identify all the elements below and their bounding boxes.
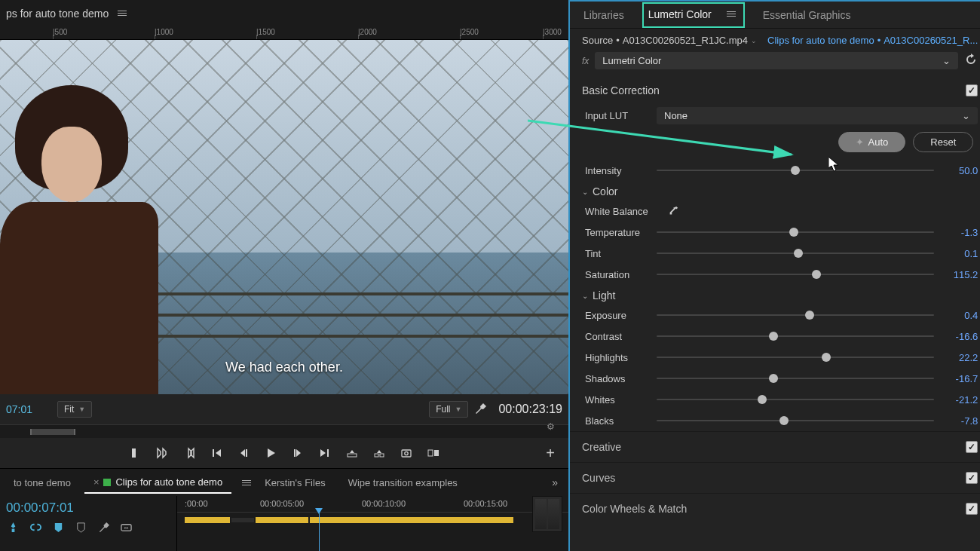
go-to-in-icon[interactable] — [210, 446, 223, 460]
timeline-timecode[interactable]: 00:00:07:01 — [6, 500, 170, 516]
svg-rect-5 — [428, 450, 433, 456]
svg-rect-1 — [375, 454, 378, 457]
color-group-header[interactable]: ⌄Color — [570, 181, 980, 201]
step-back-icon[interactable] — [237, 446, 250, 460]
panel-tabs: Libraries Lumetri Color Essential Graphi… — [570, 2, 980, 29]
snap-icon[interactable] — [6, 520, 20, 534]
timeline-tracks[interactable]: :00:0000:00:05:0000:00:10:0000:00:15:00 — [177, 496, 568, 551]
mark-out-icon[interactable] — [155, 446, 169, 460]
program-monitor-header: ps for auto tone demo — [0, 0, 568, 26]
play-icon[interactable] — [264, 446, 277, 460]
source-dropdown-icon[interactable]: ⌄ — [751, 37, 757, 44]
lift-icon[interactable] — [345, 446, 359, 460]
reset-effect-icon[interactable] — [964, 53, 978, 69]
timeline-tab[interactable]: ×Clips for auto tone demo — [84, 472, 231, 494]
whites-slider[interactable] — [657, 399, 934, 400]
video-frame — [0, 40, 568, 394]
resolution-dropdown[interactable]: Full▼ — [429, 401, 468, 418]
program-scrubber[interactable] — [0, 424, 568, 438]
effect-dropdown[interactable]: Lumetri Color ⌄ — [595, 52, 958, 69]
comparison-view-icon[interactable] — [427, 446, 440, 460]
timeline-tab[interactable]: to tone demo — [5, 473, 80, 493]
svg-rect-2 — [380, 454, 384, 457]
input-lut-dropdown[interactable]: None ⌄ — [657, 107, 978, 124]
timeline-tab-menu-icon[interactable] — [242, 480, 251, 485]
section-checkbox[interactable] — [966, 472, 978, 484]
timeline-tab[interactable]: Kerstin's Files — [256, 473, 335, 493]
svg-rect-6 — [434, 450, 439, 456]
program-monitor[interactable]: We had each other. — [0, 40, 568, 394]
transport-controls: ⚙ + — [0, 438, 568, 468]
intensity-slider[interactable] — [657, 170, 934, 171]
extract-icon[interactable] — [372, 446, 386, 460]
tab-lumetri-color[interactable]: Lumetri Color — [648, 5, 712, 23]
timecode-duration: 00:00:23:19 — [498, 403, 562, 416]
section-creative[interactable]: Creative — [570, 431, 980, 462]
panel-menu-icon[interactable] — [118, 11, 127, 16]
lumetri-panel-menu-icon[interactable] — [727, 11, 736, 17]
audio-meters — [532, 496, 562, 532]
linked-selection-icon[interactable] — [29, 520, 42, 534]
svg-text:cc: cc — [124, 525, 128, 530]
section-curves[interactable]: Curves — [570, 462, 980, 493]
svg-point-4 — [405, 452, 408, 455]
section-checkbox[interactable] — [966, 503, 978, 515]
program-title: ps for auto tone demo — [6, 8, 109, 20]
intensity-row: Intensity 50.0 — [570, 160, 980, 181]
mark-in-icon[interactable] — [128, 446, 142, 460]
step-forward-icon[interactable] — [291, 446, 305, 460]
source-clip-row: Source • A013C00260521_R1JC.mp4 ⌄ Clips … — [570, 29, 980, 49]
button-editor-icon[interactable]: ⚙ — [547, 421, 555, 432]
fx-badge-icon: fx — [582, 56, 589, 66]
shadows-slider[interactable] — [657, 378, 934, 379]
captions-icon[interactable]: cc — [119, 520, 133, 534]
sequence-link[interactable]: Clips for auto tone demo — [767, 35, 874, 46]
reset-button[interactable]: Reset — [913, 132, 973, 152]
section-color-wheels-match[interactable]: Color Wheels & Match — [570, 493, 980, 524]
svg-rect-0 — [348, 454, 357, 457]
section-checkbox[interactable] — [966, 441, 978, 453]
add-marker-icon[interactable] — [51, 520, 65, 534]
timeline-settings-icon[interactable] — [74, 520, 87, 534]
timecode-current[interactable]: 07:01 — [6, 403, 51, 415]
timeline-overflow-icon[interactable]: » — [546, 476, 564, 488]
basic-correction-checkbox[interactable] — [966, 84, 978, 96]
light-group-header[interactable]: ⌄Light — [570, 285, 980, 305]
tab-lumetri-color-highlight: Lumetri Color — [642, 2, 745, 28]
tab-libraries[interactable]: Libraries — [583, 6, 624, 24]
basic-correction-header[interactable]: Basic Correction — [570, 77, 980, 104]
mark-clip-icon[interactable] — [182, 446, 196, 460]
temperature-slider[interactable] — [657, 231, 934, 233]
tint-slider[interactable] — [657, 253, 934, 254]
contrast-slider[interactable] — [657, 335, 934, 337]
lumetri-panel: Libraries Lumetri Color Essential Graphi… — [570, 0, 980, 551]
export-frame-icon[interactable] — [400, 446, 413, 460]
timeline-tabs: to tone demo×Clips for auto tone demoKer… — [0, 469, 568, 496]
timeline-header: 00:00:07:01 cc — [0, 496, 177, 551]
exposure-slider[interactable] — [657, 314, 934, 316]
program-ruler: |500|1000|1500|2000|2500|3000 — [0, 26, 568, 40]
zoom-fit-dropdown[interactable]: Fit▼ — [57, 401, 92, 418]
timeline-tab[interactable]: Wipe transition examples — [339, 473, 467, 493]
auto-button[interactable]: ✦Auto — [838, 132, 906, 152]
eyedropper-icon[interactable] — [668, 206, 678, 216]
program-controls-row: 07:01 Fit▼ Full▼ 00:00:23:19 — [0, 394, 568, 424]
intensity-value[interactable]: 50.0 — [942, 165, 978, 176]
caption-text: We had each other. — [225, 360, 343, 375]
saturation-slider[interactable] — [657, 274, 934, 275]
blacks-slider[interactable] — [657, 420, 934, 421]
go-to-out-icon[interactable] — [318, 446, 332, 460]
tab-essential-graphics[interactable]: Essential Graphics — [763, 6, 851, 24]
svg-rect-3 — [402, 450, 411, 457]
timeline-wrench-icon[interactable] — [96, 520, 110, 534]
add-button-icon[interactable]: + — [546, 445, 555, 462]
highlights-slider[interactable] — [657, 357, 934, 358]
master-clip-link[interactable]: A013C00260521_R... — [884, 35, 978, 46]
settings-wrench-icon[interactable] — [474, 403, 486, 417]
chevron-down-icon: ⌄ — [942, 55, 951, 66]
